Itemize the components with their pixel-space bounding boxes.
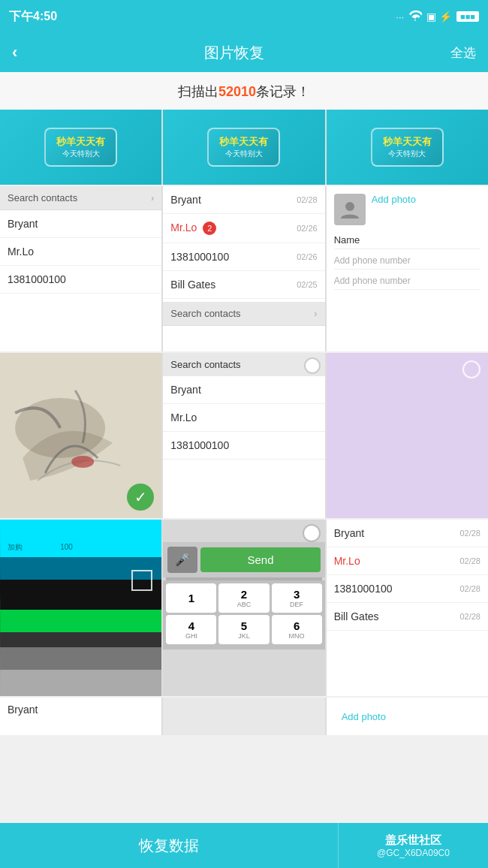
contact-date: 02/28: [459, 556, 480, 565]
painting-cell[interactable]: ✓: [0, 353, 161, 518]
select-circle-purple[interactable]: [462, 360, 480, 378]
contact-bottom-bryant[interactable]: Bryant 02/28: [327, 520, 488, 547]
svg-rect-8: [0, 632, 161, 647]
phone-field-1[interactable]: Add phone number: [334, 252, 480, 270]
chevron-right-icon: ›: [314, 308, 317, 319]
battery-icon: ▣ ⚡: [426, 11, 452, 23]
status-time: 下午4:50: [9, 9, 57, 25]
banner-text-2: 秒羊天天有: [219, 135, 268, 149]
key-5[interactable]: 5JKL: [218, 615, 269, 644]
send-bar: 🎤 Send: [163, 542, 324, 577]
row2: Search contacts › Bryant Mr.Lo 138100010…: [0, 186, 488, 351]
search-label-left: Search contacts: [8, 192, 77, 203]
select-all-button[interactable]: 全选: [450, 44, 476, 62]
search-send-panel: Search contacts › Bryant Mr.Lo 138100010…: [163, 353, 324, 518]
light-purple-cell[interactable]: [327, 353, 488, 518]
contact-item-billgates-mid[interactable]: Bill Gates 02/25: [163, 271, 324, 299]
contact-bottom-mrlo[interactable]: Mr.Lo 02/28: [327, 547, 488, 575]
search-bar-mid[interactable]: Search contacts ›: [163, 302, 324, 326]
contact-list-left: Search contacts › Bryant Mr.Lo 138100010…: [0, 186, 161, 351]
contact-date: 02/25: [297, 280, 318, 289]
contact-item-phone-left[interactable]: 1381000100: [0, 266, 161, 294]
signal-icon: ···: [396, 11, 404, 23]
contact-item-mrlo-left[interactable]: Mr.Lo: [0, 238, 161, 266]
contact-name: 1381000100: [170, 251, 229, 263]
banner-cell-1[interactable]: 秒羊天天有 今天特别大: [0, 110, 161, 185]
brand-section: 盖乐世社区 @GC_X6DA09C0: [338, 823, 488, 868]
keypad: 1 2ABC 3DEF 4GHI 5JKL 6MNO: [163, 580, 324, 649]
banner-row: 秒羊天天有 今天特别大 秒羊天天有 今天特别大 秒羊天天有 今天特别大: [0, 110, 488, 185]
header: ‹ 图片恢复 全选: [0, 33, 488, 72]
select-circle-send[interactable]: [303, 524, 321, 542]
banner-subtext-1: 今天特别大: [56, 149, 105, 159]
contact-date: 02/28: [459, 612, 480, 621]
row3: ✓ Search contacts › Bryant Mr.Lo 1381000…: [0, 353, 488, 518]
partial-cell-2[interactable]: [163, 698, 324, 735]
restore-button[interactable]: 恢复数据: [0, 823, 338, 868]
search-panel-bryant[interactable]: Bryant: [163, 376, 324, 404]
send-keypad-cell: 🎤 Send 1 2ABC 3DEF 4GHI 5JKL 6MNO: [163, 520, 324, 696]
banner-text-1: 秒羊天天有: [56, 135, 105, 149]
contact-item-mrlo-mid[interactable]: Mr.Lo 2 02/26: [163, 214, 324, 243]
svg-rect-7: [0, 610, 161, 632]
select-circle[interactable]: [304, 357, 321, 374]
contact-bottom-phone[interactable]: 1381000100 02/28: [327, 575, 488, 603]
svg-rect-4: [0, 520, 161, 557]
contact-name: Bill Gates: [170, 279, 215, 291]
contact-item-phone-mid[interactable]: 1381000100 02/26: [163, 243, 324, 271]
key-1[interactable]: 1: [166, 583, 216, 613]
partial-add-photo[interactable]: Add photo: [334, 705, 480, 728]
avatar-placeholder[interactable]: [334, 194, 366, 225]
contact-name: Mr.Lo 2: [170, 222, 216, 235]
svg-point-3: [71, 456, 94, 468]
contact-name: 1381000100: [334, 583, 393, 595]
add-photo-label[interactable]: Add photo: [372, 194, 416, 205]
contact-item-bryant-mid[interactable]: Bryant 02/28: [163, 186, 324, 214]
banner-cell-2[interactable]: 秒羊天天有 今天特别大: [163, 110, 324, 185]
key-4[interactable]: 4GHI: [166, 615, 216, 644]
contact-date: 02/26: [297, 252, 318, 261]
contact-name: 1381000100: [8, 273, 66, 285]
back-button[interactable]: ‹: [12, 43, 17, 62]
chevron-right-icon: ›: [151, 192, 154, 203]
search-panel-mrlo[interactable]: Mr.Lo: [163, 404, 324, 432]
contact-date: 02/28: [459, 584, 480, 593]
addphoto-top: Add photo: [334, 194, 480, 225]
main-content: 秒羊天天有 今天特别大 秒羊天天有 今天特别大 秒羊天天有 今天特别大 Sear…: [0, 110, 488, 824]
glitch-cell[interactable]: 加购 100: [0, 520, 161, 696]
svg-point-0: [345, 202, 354, 211]
search-bar-left[interactable]: Search contacts ›: [0, 186, 161, 210]
key-6[interactable]: 6MNO: [272, 615, 322, 644]
brand-name: 盖乐世社区: [385, 833, 441, 848]
key-3[interactable]: 3DEF: [272, 583, 322, 613]
phone-field-2[interactable]: Add phone number: [334, 273, 480, 290]
battery-full: ■■■: [456, 11, 479, 22]
row4: 加购 100 🎤 Send 1 2ABC 3DEF: [0, 520, 488, 696]
contact-name: Bryant: [170, 194, 200, 206]
send-button[interactable]: Send: [200, 547, 320, 572]
partial-label-1: Bryant: [0, 698, 161, 722]
keypad-row-2: 4GHI 5JKL 6MNO: [166, 615, 321, 644]
partial-cell-1[interactable]: Bryant: [0, 698, 161, 735]
banner-text-3: 秒羊天天有: [383, 135, 432, 149]
contact-item-bryant-left[interactable]: Bryant: [0, 210, 161, 238]
bottom-bar: 恢复数据 盖乐世社区 @GC_X6DA09C0: [0, 823, 488, 868]
scan-prefix: 扫描出: [178, 84, 218, 99]
scan-count: 52010: [218, 84, 256, 99]
scan-result: 扫描出52010条记录！: [0, 72, 488, 110]
search-panel-phone[interactable]: 1381000100: [163, 432, 324, 460]
row5-partial: Bryant Add photo: [0, 698, 488, 735]
select-circle-glitch[interactable]: [131, 570, 152, 591]
banner-cell-3[interactable]: 秒羊天天有 今天特别大: [327, 110, 488, 185]
banner-inner-3: 秒羊天天有 今天特别大: [371, 128, 444, 167]
contact-name: Mr.Lo: [8, 246, 34, 258]
contact-bottom-billgates[interactable]: Bill Gates 02/28: [327, 603, 488, 631]
search-panel-label: Search contacts: [170, 359, 240, 370]
svg-rect-10: [0, 670, 161, 696]
wifi-icon: [408, 11, 422, 23]
add-photo-panel: Add photo Name Add phone number Add phon…: [327, 186, 488, 351]
name-field[interactable]: Name: [334, 231, 480, 249]
mic-button[interactable]: 🎤: [167, 547, 197, 573]
search-panel-header[interactable]: Search contacts ›: [163, 353, 324, 376]
key-2[interactable]: 2ABC: [218, 583, 269, 613]
